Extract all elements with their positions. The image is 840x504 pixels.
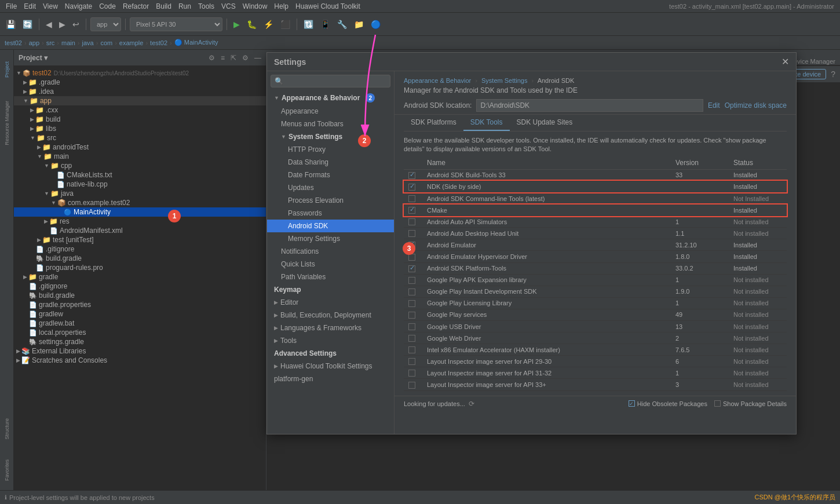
menu-navigate[interactable]: Navigate	[61, 2, 96, 10]
checkbox-15[interactable]	[408, 346, 415, 353]
checkbox-16[interactable]	[408, 358, 415, 365]
sdk-cell-cb-3[interactable]	[404, 204, 422, 216]
bc-example[interactable]: example	[119, 39, 144, 46]
csdn-label[interactable]: CSDN @做1个快乐的程序员	[754, 493, 835, 502]
sdk-cell-cb-13[interactable]	[404, 321, 422, 333]
nav-notifications[interactable]: Notifications	[267, 245, 394, 258]
bc-test02[interactable]: test02	[5, 39, 22, 46]
checkbox-5[interactable]	[408, 230, 415, 237]
tree-item-gitignore-app[interactable]: 📄 .gitignore	[14, 244, 266, 254]
toolbar-debug[interactable]: 🐛	[244, 19, 259, 30]
sdk-row-10[interactable]: Google Play Instant Development SDK1.9.0…	[404, 286, 787, 297]
checkbox-14[interactable]	[408, 335, 415, 342]
sidebar-resource-icon[interactable]: Resource Manager	[1, 100, 13, 146]
tree-item-proguard[interactable]: 📄 proguard-rules.pro	[14, 263, 266, 272]
menu-edit[interactable]: Edit	[20, 2, 39, 10]
menu-view[interactable]: View	[39, 2, 61, 10]
checkbox-10[interactable]	[408, 288, 415, 295]
sdk-row-13[interactable]: Google USB Driver13Not installed	[404, 321, 787, 333]
nav-keymap[interactable]: Keymap	[267, 283, 394, 296]
toolbar-sync[interactable]: 🔄	[20, 19, 35, 30]
device-selector[interactable]: Pixel 5 API 30	[130, 17, 222, 31]
sdk-cell-cb-5[interactable]	[404, 228, 422, 239]
sdk-cell-cb-18[interactable]	[404, 379, 422, 390]
sdk-cell-cb-0[interactable]	[404, 169, 422, 181]
sdk-cell-cb-14[interactable]	[404, 333, 422, 344]
toolbar-gradle-sync[interactable]: 🔃	[301, 19, 316, 30]
sdk-row-9[interactable]: Google Play APK Expansion library1Not in…	[404, 274, 787, 286]
checkbox-8[interactable]	[408, 265, 415, 272]
toolbar-undo[interactable]: ↩	[70, 19, 82, 30]
sdk-row-2[interactable]: Android SDK Command-line Tools (latest)N…	[404, 192, 787, 204]
tree-item-mainactivity[interactable]: 🔵 MainActivity	[14, 207, 266, 217]
settings-close-btn[interactable]: ✕	[781, 56, 789, 67]
nav-path-variables[interactable]: Path Variables	[267, 271, 394, 283]
sdk-row-6[interactable]: Android Emulator31.2.10Installed	[404, 239, 787, 251]
tree-item-app[interactable]: ▼ 📁 app	[14, 96, 266, 105]
menu-code[interactable]: Code	[96, 2, 119, 10]
nav-data-sharing[interactable]: Data Sharing	[267, 156, 394, 169]
nav-platform-gen[interactable]: platform-gen	[267, 372, 394, 385]
menu-window[interactable]: Window	[239, 2, 271, 10]
nav-languages[interactable]: ▶ Languages & Frameworks	[267, 322, 394, 334]
project-collapse-icon[interactable]: ⇱	[231, 54, 236, 62]
menu-tools[interactable]: Tools	[195, 2, 218, 10]
sdk-cell-cb-16[interactable]	[404, 356, 422, 367]
toolbar-sdk-manager[interactable]: 🔧	[335, 19, 349, 30]
bc-java[interactable]: java	[82, 39, 94, 46]
tree-item-idea[interactable]: ▶ 📁 .idea	[14, 87, 266, 96]
toolbar-avd[interactable]: 📱	[318, 19, 333, 30]
sdk-cell-cb-9[interactable]	[404, 274, 422, 286]
nav-build-execution[interactable]: ▶ Build, Execution, Deployment	[267, 309, 394, 322]
bc-test02-2[interactable]: test02	[150, 39, 167, 46]
tree-item-gradlew[interactable]: 📄 gradlew	[14, 309, 266, 319]
toolbar-profile[interactable]: ⚡	[261, 19, 276, 30]
checkbox-1[interactable]	[408, 184, 415, 191]
nav-quick-lists[interactable]: Quick Lists	[267, 258, 394, 271]
sdk-cell-cb-11[interactable]	[404, 297, 422, 309]
sidebar-project-icon[interactable]: Project	[1, 52, 13, 87]
checkbox-9[interactable]	[408, 277, 415, 284]
sdk-cell-cb-1[interactable]	[404, 181, 422, 192]
tree-item-libs[interactable]: ▶ 📁 libs	[14, 124, 266, 133]
tree-item-src[interactable]: ▼ 📁 src	[14, 133, 266, 143]
sdk-row-3[interactable]: CMakeInstalled	[404, 204, 787, 216]
sdk-cell-cb-17[interactable]	[404, 367, 422, 379]
tree-item-main[interactable]: ▼ 📁 main	[14, 152, 266, 161]
sdk-edit-link[interactable]: Edit	[708, 101, 720, 109]
menu-refactor[interactable]: Refactor	[119, 2, 152, 10]
tree-item-gradle[interactable]: ▶ 📁 .gradle	[14, 78, 266, 87]
sdk-row-0[interactable]: Android SDK Build-Tools 3333Installed	[404, 169, 787, 181]
help-icon[interactable]: ?	[831, 70, 835, 79]
nav-advanced-settings[interactable]: Advanced Settings	[267, 347, 394, 360]
sdk-row-17[interactable]: Layout Inspector image server for API 31…	[404, 367, 787, 379]
menu-help[interactable]: Help	[271, 2, 292, 10]
nav-android-sdk[interactable]: Android SDK	[267, 220, 394, 232]
sdk-cell-cb-15[interactable]	[404, 344, 422, 356]
bc-src[interactable]: src	[46, 39, 55, 46]
tree-item-gradle-dir[interactable]: ▶ 📁 gradle	[14, 272, 266, 282]
sdk-row-4[interactable]: Android Auto API Simulators1Not installe…	[404, 216, 787, 228]
nav-appearance-behavior[interactable]: ▼ Appearance & Behavior 2	[267, 91, 394, 105]
show-package-cb[interactable]	[714, 400, 721, 407]
tree-item-cmakelists[interactable]: 📄 CMakeLists.txt	[14, 170, 266, 180]
sdk-row-14[interactable]: Google Web Driver2Not installed	[404, 333, 787, 344]
tree-item-res[interactable]: ▶ 📁 res	[14, 217, 266, 226]
bc-system-settings[interactable]: System Settings	[481, 77, 527, 84]
sdk-row-11[interactable]: Google Play Licensing Library1Not instal…	[404, 297, 787, 309]
sdk-optimize-link[interactable]: Optimize disk space	[725, 101, 787, 109]
sdk-row-12[interactable]: Google Play services49Not installed	[404, 309, 787, 320]
sdk-cell-cb-8[interactable]	[404, 262, 422, 274]
sdk-row-16[interactable]: Layout Inspector image server for API 29…	[404, 356, 787, 367]
nav-passwords[interactable]: Passwords	[267, 207, 394, 220]
tree-item-build[interactable]: ▶ 📁 build	[14, 115, 266, 124]
sdk-row-15[interactable]: Intel x86 Emulator Accelerator (HAXM ins…	[404, 344, 787, 356]
sidebar-favorites-icon[interactable]: Favorites	[1, 453, 13, 488]
sdk-cell-cb-12[interactable]	[404, 309, 422, 320]
toolbar-run[interactable]: ▶	[231, 19, 242, 30]
nav-process-elevation[interactable]: Process Elevation	[267, 194, 394, 207]
toolbar-stop[interactable]: ⬛	[278, 19, 293, 30]
nav-menus-toolbars[interactable]: Menus and Toolbars	[267, 118, 394, 130]
sdk-cell-cb-2[interactable]	[404, 192, 422, 204]
app-selector[interactable]: app	[90, 17, 121, 31]
